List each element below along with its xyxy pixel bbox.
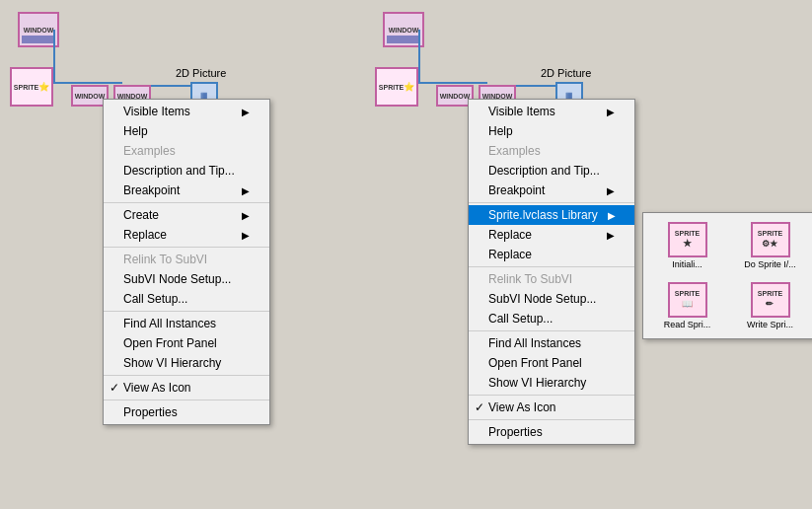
left-menu-find-all[interactable]: Find All Instances: [104, 314, 269, 333]
left-menu-visible-items[interactable]: Visible Items ▶: [104, 102, 269, 121]
left-menu-examples: Examples: [104, 141, 269, 161]
arrow-icon: ▶: [242, 230, 250, 241]
separator: [469, 266, 634, 267]
left-context-menu: Visible Items ▶ Help Examples Descriptio…: [103, 99, 270, 425]
arrow-icon: ▶: [607, 185, 615, 196]
left-wire-sprite: [53, 82, 122, 84]
left-menu-help[interactable]: Help: [104, 121, 269, 141]
left-menu-show-vi[interactable]: Show VI Hierarchy: [104, 353, 269, 373]
arrow-icon: ▶: [242, 185, 250, 196]
right-menu-description[interactable]: Description and Tip...: [469, 161, 634, 181]
separator: [469, 202, 634, 203]
left-menu-breakpoint[interactable]: Breakpoint ▶: [104, 181, 269, 200]
icon-write-sprite[interactable]: SPRITE✏ Write Spri...: [731, 278, 809, 333]
left-menu-relink: Relink To SubVI: [104, 250, 269, 269]
right-menu-properties[interactable]: Properties: [469, 422, 634, 442]
right-menu-call-setup[interactable]: Call Setup...: [469, 309, 634, 328]
left-menu-view-icon[interactable]: View As Icon: [104, 378, 269, 398]
right-wire-sprite: [418, 82, 487, 84]
left-sprite-node: SPRITE ⭐: [10, 67, 53, 107]
right-sprite-node: SPRITE ⭐: [375, 67, 418, 107]
separator: [104, 202, 269, 203]
right-menu-replace2[interactable]: Replace: [469, 245, 634, 264]
right-menu-open-front[interactable]: Open Front Panel: [469, 353, 634, 373]
right-menu-show-vi[interactable]: Show VI Hierarchy: [469, 373, 634, 393]
right-context-menu: Visible Items ▶ Help Examples Descriptio…: [468, 99, 635, 445]
left-menu-description[interactable]: Description and Tip...: [104, 161, 269, 181]
left-menu-properties[interactable]: Properties: [104, 402, 269, 422]
separator: [469, 419, 634, 420]
separator: [104, 247, 269, 248]
right-menu-view-icon[interactable]: View As Icon: [469, 398, 634, 417]
icon-palette-submenu: SPRITE★ Initiali... SPRITE⚙★ Do Sprite I…: [642, 212, 812, 339]
left-2dpicture-label: 2D Picture: [176, 67, 226, 79]
left-menu-open-front[interactable]: Open Front Panel: [104, 333, 269, 353]
right-wire-v: [418, 30, 420, 84]
right-menu-examples: Examples: [469, 141, 634, 161]
right-menu-help[interactable]: Help: [469, 121, 634, 141]
right-menu-relink: Relink To SubVI: [469, 269, 634, 289]
icon-read-sprite[interactable]: SPRITE📖 Read Spri...: [648, 278, 726, 333]
right-2dpicture-label: 2D Picture: [541, 67, 591, 79]
separator: [104, 375, 269, 376]
right-menu-replace[interactable]: Replace ▶: [469, 225, 634, 245]
right-menu-sprite-library[interactable]: Sprite.lvclass Library ▶: [469, 205, 634, 225]
arrow-icon: ▶: [607, 230, 615, 241]
separator: [469, 395, 634, 396]
left-wire-h3: [151, 85, 190, 87]
arrow-icon: ▶: [607, 107, 615, 117]
left-menu-call-setup[interactable]: Call Setup...: [104, 289, 269, 309]
left-menu-replace[interactable]: Replace ▶: [104, 225, 269, 245]
arrow-icon: ▶: [242, 107, 250, 117]
left-menu-subvi-setup[interactable]: SubVI Node Setup...: [104, 269, 269, 289]
separator: [469, 330, 634, 331]
separator: [104, 400, 269, 400]
right-wire-h3: [516, 85, 555, 87]
right-menu-breakpoint[interactable]: Breakpoint ▶: [469, 181, 634, 200]
right-menu-visible-items[interactable]: Visible Items ▶: [469, 102, 634, 121]
icon-do-sprite[interactable]: SPRITE⚙★ Do Sprite I/...: [731, 218, 809, 273]
separator: [104, 311, 269, 312]
arrow-icon: ▶: [608, 210, 616, 221]
arrow-icon: ▶: [242, 210, 250, 221]
left-wire-h1: [53, 30, 55, 84]
canvas-area: WINDOW SPRITE ⭐ WINDOW WINDOW ▦ 2D Pictu…: [0, 0, 812, 509]
icon-initialize[interactable]: SPRITE★ Initiali...: [648, 218, 726, 273]
right-menu-subvi-setup[interactable]: SubVI Node Setup...: [469, 289, 634, 309]
left-menu-create[interactable]: Create ▶: [104, 205, 269, 225]
right-menu-find-all[interactable]: Find All Instances: [469, 333, 634, 353]
